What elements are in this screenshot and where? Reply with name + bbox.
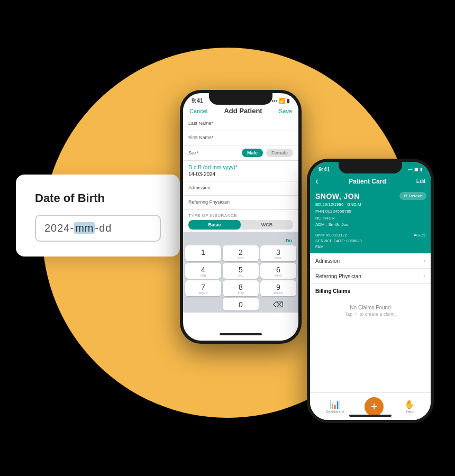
referring-chevron: › [423,272,425,280]
key-3[interactable]: 3DEF [260,245,296,261]
help-label: Help [406,410,413,414]
insurance-label: TYPE OF INSURANCE [188,213,293,218]
insurance-wcb-button[interactable]: WCB [241,220,293,230]
keypad-do-button[interactable]: Do [286,238,292,243]
back-button[interactable]: ‹ [315,176,319,187]
phone1-home-bar [220,333,262,335]
dob-card-title: Date of Birth [35,191,161,205]
admission-field[interactable]: Admission [183,181,298,196]
battery-icon2: ▮ [420,167,422,172]
phone1-screen: 9:41 ▪▪▪ 📶 ▮ Cancel Add Patient Save Las… [183,93,298,341]
dob-value: 14-03-2024 [188,171,293,177]
phone2-screen: 9:41 ▪▪▪ ▦ ▮ ‹ Patient Card Edit SNOW, J… [310,162,431,420]
dob-input-box[interactable]: 2024-mm-dd [35,215,161,242]
patient-extra: Unit#:RC0011122 AGE:3 SERVICE DATE: 03/0… [310,233,431,253]
patient-card-nav: ‹ Patient Card Edit [310,173,431,189]
dob-card: Date of Birth 2024-mm-dd [16,175,180,257]
phone1-nav-title: Add Patient [224,107,262,115]
admission-label2: Admission [315,258,340,264]
admission-chevron: › [423,257,425,264]
key-8[interactable]: 8TUV [223,280,259,296]
phone1-nav: Cancel Add Patient Save [183,105,298,117]
first-name-label: First Name* [188,135,293,140]
wifi-icon: 📶 [279,98,285,104]
phone2-time: 9:41 [319,166,330,172]
cancel-button[interactable]: Cancel [189,108,207,114]
patient-phn: PHN:01234566789 [315,209,351,214]
patient-bd: BD:26/12/1986 [315,202,343,207]
insurance-basic-button[interactable]: Basic [188,220,241,230]
key-1[interactable]: 1 [185,245,221,261]
patient-gnd: GND:M [347,202,361,207]
battery-icon: ▮ [287,98,290,104]
patient-adm: ADM : Smith, Joo [315,222,348,227]
key-6[interactable]: 6MNO [260,263,296,279]
sex-female-button[interactable]: Female [266,149,293,157]
patient-service: SERVICE DATE: 03/06/20 [315,239,425,243]
key-empty [185,298,221,310]
key-7[interactable]: 7PQRS [185,280,221,296]
key-delete[interactable]: ⌫ [260,298,296,310]
patient-rc: RC:PRCR [315,216,334,221]
sex-row: Sex* Male Female [183,145,298,161]
dashboard-label: Dashboard [326,410,344,414]
dob-post: -dd [95,222,112,234]
dob-field[interactable]: D.o.B (dd-mm-yyyy)* 14-03-2024 [183,161,298,181]
keypad: Do 1 2ABC 3DEF 4GHI 5JKL 6MNO 7PQRS 8TUV… [183,232,298,313]
phone1-time: 9:41 [192,97,203,104]
keypad-do-row: Do [185,234,296,245]
no-claims-text: No Claims Found [315,305,425,310]
dashboard-icon: 📊 [330,399,340,409]
no-claims: No Claims Found Tap '+' to create a clai… [315,296,425,325]
insurance-toggle: Basic WCB [188,220,293,230]
phone2-home-bar [349,415,392,417]
last-name-label: Last Name* [188,121,293,126]
phone2-status-icons: ▪▪▪ ▦ ▮ [408,167,422,172]
save-button[interactable]: Save [279,108,292,114]
first-name-field[interactable]: First Name* [183,131,298,145]
admission-label: Admission [188,185,293,190]
nav-add-button[interactable]: + [365,397,384,416]
wifi-icon2: ▦ [414,167,418,172]
referring-physician-row[interactable]: Referring Physician › [310,269,431,284]
keypad-grid: 1 2ABC 3DEF 4GHI 5JKL 6MNO 7PQRS 8TUV 9W… [185,245,296,310]
key-4[interactable]: 4GHI [185,263,221,279]
phone1-notch [209,93,272,105]
help-icon: ✋ [404,399,415,409]
no-claims-hint: Tap '+' to create a claim. [315,312,425,317]
patient-age: AGE:3 [371,233,425,237]
patient-fam: FAM: [315,244,370,249]
patient-info-banner: SNOW, JON BD:26/12/1986 GND:M PHN:012345… [310,189,431,233]
key-9[interactable]: 9WXYZ [260,280,296,296]
key-2[interactable]: 2ABC [223,245,259,261]
last-name-field[interactable]: Last Name* [183,117,298,131]
phone1-status-icons: ▪▪▪ 📶 ▮ [271,98,290,104]
referring-physician-label2: Referring Physician [315,273,361,279]
sex-label: Sex* [188,150,239,155]
phone1: 9:41 ▪▪▪ 📶 ▮ Cancel Add Patient Save Las… [180,90,302,344]
edit-button[interactable]: Edit [416,178,425,184]
insurance-section: TYPE OF INSURANCE Basic WCB [183,210,298,232]
dob-pre: 2024- [44,222,74,234]
patient-unit: Unit#:RC0011122 [315,233,370,237]
retake-button[interactable]: ↺ Retake [399,192,426,200]
signal-icon: ▪▪▪ [271,98,277,104]
phone2: 9:41 ▪▪▪ ▦ ▮ ‹ Patient Card Edit SNOW, J… [307,159,434,423]
nav-help[interactable]: ✋ Help [404,399,415,414]
patient-card-title: Patient Card [349,178,386,185]
referring-physician-label: Referring Physician [188,199,293,205]
signal-icon2: ▪▪▪ [408,167,413,172]
sex-male-button[interactable]: Male [242,149,263,157]
referring-physician-field[interactable]: Referring Physician [183,196,298,210]
dob-highlight: mm [74,222,95,234]
key-0[interactable]: 0 [223,298,259,310]
billing-title: Billing Claims [315,288,425,294]
admission-row[interactable]: Admission › [310,253,431,269]
patient-details: BD:26/12/1986 GND:M PHN:01234566789 RC:P… [315,202,425,228]
nav-dashboard[interactable]: 📊 Dashboard [326,399,344,414]
dob-label: D.o.B (dd-mm-yyyy)* [188,164,293,170]
phone2-notch [339,162,402,173]
billing-section: Billing Claims No Claims Found Tap '+' t… [310,284,431,329]
key-5[interactable]: 5JKL [223,263,259,279]
